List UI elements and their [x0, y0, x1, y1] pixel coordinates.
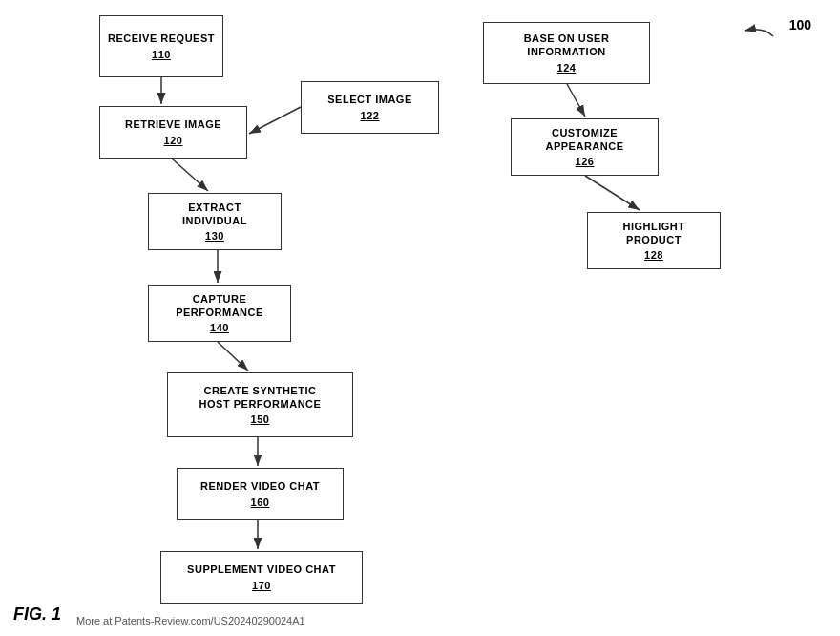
watermark: More at Patents-Review.com/US20240290024… — [76, 615, 305, 626]
box-110: RECEIVE REQUEST 110 — [99, 15, 223, 77]
box-128: HIGHLIGHTPRODUCT 128 — [587, 212, 721, 269]
svg-line-8 — [218, 342, 248, 371]
box-140: CAPTUREPERFORMANCE 140 — [148, 285, 291, 342]
box-140-label: CAPTUREPERFORMANCE — [176, 292, 263, 320]
box-124-label: BASE ON USERINFORMATION — [524, 32, 610, 59]
box-170-number: 170 — [252, 579, 271, 592]
svg-line-5 — [567, 84, 585, 117]
diagram-container: RECEIVE REQUEST 110 RETRIEVE IMAGE 120 S… — [0, 0, 840, 636]
box-128-number: 128 — [644, 248, 663, 262]
box-120-number: 120 — [164, 134, 183, 147]
box-122-label: SELECT IMAGE — [327, 93, 412, 106]
fig-title: FIG. 1 — [13, 604, 61, 624]
box-122-number: 122 — [361, 109, 380, 122]
ref-number: 100 — [789, 17, 811, 32]
box-150-number: 150 — [251, 413, 270, 426]
box-150: CREATE SYNTHETICHOST PERFORMANCE 150 — [167, 372, 353, 437]
box-160-number: 160 — [251, 496, 270, 509]
box-160-label: RENDER VIDEO CHAT — [200, 479, 320, 493]
box-120: RETRIEVE IMAGE 120 — [99, 106, 247, 159]
box-128-label: HIGHLIGHTPRODUCT — [623, 220, 685, 247]
box-110-number: 110 — [152, 48, 171, 61]
box-110-label: RECEIVE REQUEST — [108, 32, 215, 45]
box-130: EXTRACTINDIVIDUAL 130 — [148, 193, 282, 250]
box-122: SELECT IMAGE 122 — [301, 81, 439, 134]
box-120-label: RETRIEVE IMAGE — [125, 117, 221, 131]
box-124-number: 124 — [557, 61, 577, 74]
box-130-label: EXTRACTINDIVIDUAL — [182, 201, 247, 228]
svg-line-4 — [249, 107, 301, 134]
box-170-label: SUPPLEMENT VIDEO CHAT — [187, 562, 336, 576]
fig-label: FIG. 1 — [13, 604, 61, 625]
box-150-label: CREATE SYNTHETICHOST PERFORMANCE — [200, 384, 322, 412]
box-140-number: 140 — [210, 321, 229, 334]
box-126: CUSTOMIZEAPPEARANCE 126 — [511, 118, 659, 176]
box-160: RENDER VIDEO CHAT 160 — [177, 468, 344, 520]
box-130-number: 130 — [205, 229, 224, 243]
box-126-label: CUSTOMIZEAPPEARANCE — [545, 126, 623, 154]
box-170: SUPPLEMENT VIDEO CHAT 170 — [160, 551, 363, 604]
svg-line-6 — [585, 176, 640, 210]
box-126-number: 126 — [576, 155, 595, 168]
watermark-text: More at Patents-Review.com/US20240290024… — [76, 615, 305, 626]
svg-line-3 — [172, 159, 208, 191]
ref-number-label: 100 — [789, 17, 811, 32]
box-124: BASE ON USERINFORMATION 124 — [483, 22, 650, 84]
